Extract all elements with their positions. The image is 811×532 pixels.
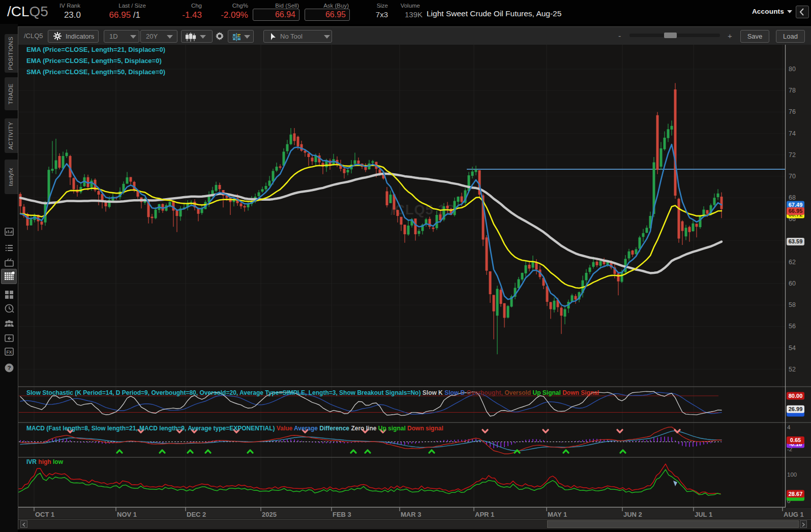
svg-text:Slow Stochastic (K Period=14,: Slow Stochastic (K Period=14, D Period=9… <box>26 389 599 396</box>
svg-text:IVR high low: IVR high low <box>26 458 64 465</box>
svg-text:52: 52 <box>789 366 796 373</box>
svg-text:4: 4 <box>787 424 791 430</box>
svg-text:JUN 2: JUN 2 <box>623 511 642 518</box>
svg-text:62: 62 <box>789 259 796 266</box>
svg-text:APR 1: APR 1 <box>475 511 494 518</box>
svg-text:0.65: 0.65 <box>790 437 801 443</box>
svg-text:MAY 1: MAY 1 <box>548 511 567 518</box>
svg-text:60: 60 <box>789 280 796 287</box>
svg-text:MAR 3: MAR 3 <box>401 511 421 518</box>
svg-text:63.59: 63.59 <box>789 238 803 244</box>
svg-text:EMA (Price=CLOSE, Length=5, Di: EMA (Price=CLOSE, Length=5, Displace=0) <box>26 57 162 65</box>
svg-text:58: 58 <box>789 301 796 308</box>
svg-text:74: 74 <box>789 130 796 137</box>
svg-text:FX: FX <box>7 350 12 355</box>
svg-text:72: 72 <box>789 151 796 159</box>
svg-text:66.95: 66.95 <box>789 208 803 214</box>
svg-text:26.99: 26.99 <box>789 406 803 412</box>
svg-text:78: 78 <box>789 87 796 94</box>
svg-text:2025: 2025 <box>262 511 277 518</box>
svg-text:54: 54 <box>789 345 796 352</box>
svg-text:80: 80 <box>789 66 796 73</box>
svg-text:?: ? <box>7 365 11 371</box>
svg-text:70: 70 <box>789 173 796 180</box>
svg-text:NOV 1: NOV 1 <box>117 511 137 518</box>
svg-text:68: 68 <box>789 194 796 201</box>
svg-text:28.67: 28.67 <box>789 491 803 497</box>
svg-text:JUL 1: JUL 1 <box>695 511 712 518</box>
svg-text:EMA (Price=CLOSE, Length=21, D: EMA (Price=CLOSE, Length=21, Displace=0) <box>26 46 165 53</box>
svg-text:DEC 2: DEC 2 <box>187 511 206 518</box>
svg-text:MACD (Fast length=8, Slow leng: MACD (Fast length=8, Slow length=21, MAC… <box>26 425 443 432</box>
svg-text:67.49: 67.49 <box>789 202 803 208</box>
svg-text:56: 56 <box>789 323 796 330</box>
svg-text:80.00: 80.00 <box>789 393 803 399</box>
svg-text:SMA (Price=CLOSE, Length=50, D: SMA (Price=CLOSE, Length=50, Displace=0) <box>26 68 165 76</box>
svg-text:AUG 1: AUG 1 <box>784 511 804 518</box>
svg-text:76: 76 <box>789 108 796 115</box>
svg-text:FEB 3: FEB 3 <box>333 511 351 518</box>
svg-text:100: 100 <box>787 472 797 478</box>
svg-text:OCT 1: OCT 1 <box>35 511 54 518</box>
